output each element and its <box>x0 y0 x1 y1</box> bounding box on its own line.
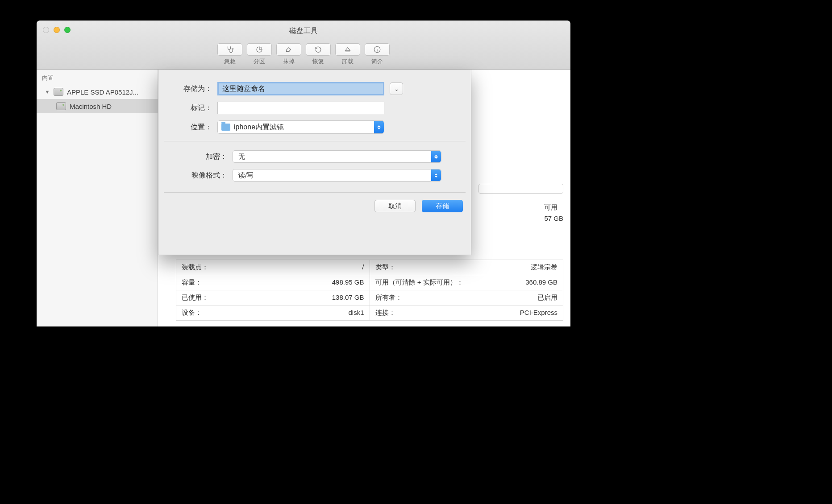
usage-bar <box>478 184 563 194</box>
drive-icon <box>56 102 66 110</box>
folder-icon <box>221 124 230 131</box>
location-select[interactable]: iphone内置滤镜 <box>217 120 384 134</box>
info-row: 装载点：/ <box>176 260 370 275</box>
restore-icon <box>314 45 322 54</box>
chevron-down-icon: ⌄ <box>394 86 399 92</box>
info-icon <box>373 45 381 54</box>
save-button[interactable]: 存储 <box>422 200 463 212</box>
save-as-label: 存储为： <box>175 84 212 94</box>
info-row: 已使用：138.07 GB <box>176 290 370 306</box>
cancel-button[interactable]: 取消 <box>374 200 416 212</box>
format-label: 映像格式： <box>175 171 227 180</box>
save-sheet: 存储为： ⌄ 标记： 位置： iphone内置滤镜 加 <box>158 70 471 255</box>
select-arrows-icon <box>431 169 441 181</box>
info-row: 所有者：已启用 <box>370 290 563 306</box>
info-table: 装载点：/ 容量：498.95 GB 已使用：138.07 GB 设备：disk… <box>176 260 563 321</box>
available-label: 可用 <box>544 203 563 212</box>
toolbar-unmount-button[interactable]: 卸载 <box>335 43 360 66</box>
toolbar-info-button[interactable]: 简介 <box>365 43 390 66</box>
titlebar: 磁盘工具 急救 分区 抹掉 恢复 卸载 <box>37 21 570 70</box>
tags-label: 标记： <box>175 103 212 113</box>
sidebar-item-volume[interactable]: Macintosh HD <box>37 99 158 113</box>
format-select[interactable]: 读/写 <box>233 169 441 182</box>
toolbar-partition-button[interactable]: 分区 <box>247 43 272 66</box>
sidebar-item-label: APPLE SSD AP0512J... <box>67 88 138 96</box>
sidebar-section-internal: 内置 <box>37 74 158 85</box>
disclosure-triangle-icon[interactable]: ▼ <box>45 89 50 95</box>
info-row: 可用（可清除 + 实际可用）：360.89 GB <box>370 275 563 290</box>
save-as-input[interactable] <box>217 82 384 95</box>
available-block: 可用 57 GB <box>544 203 563 222</box>
encrypt-select[interactable]: 无 <box>233 150 441 163</box>
select-arrows-icon <box>431 151 441 162</box>
info-col-left: 装载点：/ 容量：498.95 GB 已使用：138.07 GB 设备：disk… <box>176 260 370 320</box>
encrypt-value: 无 <box>238 153 245 161</box>
piechart-icon <box>255 45 263 54</box>
location-label: 位置： <box>175 123 212 132</box>
sidebar-item-parent-disk[interactable]: ▼ APPLE SSD AP0512J... <box>37 85 158 99</box>
sidebar-item-label: Macintosh HD <box>70 103 112 110</box>
info-row: 连接：PCI-Express <box>370 306 563 320</box>
available-value: 57 GB <box>544 215 563 222</box>
location-value: iphone内置滤镜 <box>234 123 284 132</box>
sidebar: 内置 ▼ APPLE SSD AP0512J... Macintosh HD <box>37 70 158 326</box>
window-title: 磁盘工具 <box>37 26 570 36</box>
erase-icon <box>285 45 293 54</box>
drive-icon <box>54 88 63 96</box>
toolbar: 急救 分区 抹掉 恢复 卸载 简介 <box>37 43 570 66</box>
svg-point-0 <box>232 48 233 50</box>
toolbar-restore-button[interactable]: 恢复 <box>306 43 331 66</box>
select-arrows-icon <box>374 121 384 133</box>
info-col-right: 类型：逻辑宗卷 可用（可清除 + 实际可用）：360.89 GB 所有者：已启用… <box>370 260 563 320</box>
info-row: 容量：498.95 GB <box>176 275 370 290</box>
tags-input[interactable] <box>217 102 384 114</box>
encrypt-label: 加密： <box>175 152 227 161</box>
format-value: 读/写 <box>238 171 254 180</box>
toolbar-erase-button[interactable]: 抹掉 <box>276 43 301 66</box>
disk-utility-window: 磁盘工具 急救 分区 抹掉 恢复 卸载 <box>37 21 570 326</box>
stethoscope-icon <box>226 45 234 54</box>
eject-icon <box>344 45 352 54</box>
toolbar-firstaid-button[interactable]: 急救 <box>217 43 242 66</box>
info-row: 设备：disk1 <box>176 306 370 320</box>
info-row: 类型：逻辑宗卷 <box>370 260 563 275</box>
expand-save-panel-button[interactable]: ⌄ <box>390 83 403 95</box>
